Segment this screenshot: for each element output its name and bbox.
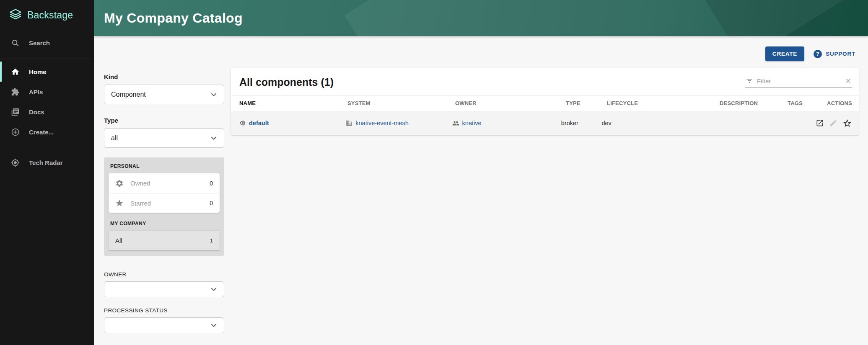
home-icon (11, 67, 20, 76)
owner-label: OWNER (104, 271, 224, 278)
kind-select[interactable]: Component (104, 85, 224, 104)
company-section-title: MY COMPANY (110, 221, 220, 227)
all-count: 1 (210, 237, 213, 244)
table-column-headers: NAME SYSTEM OWNER TYPE LIFECYCLE DESCRIP… (231, 95, 859, 111)
plus-circle-icon (11, 128, 20, 136)
column-header-type[interactable]: TYPE (566, 100, 607, 106)
sidebar-item-label: Tech Radar (29, 159, 63, 166)
sidebar-divider (0, 148, 94, 148)
open-in-new-icon[interactable] (816, 119, 824, 127)
owner-link[interactable]: knative (462, 120, 482, 126)
owner-group-icon (452, 120, 459, 127)
sidebar-item-apis[interactable]: APIs (0, 82, 94, 102)
personal-picker-card: Owned 0 Starred 0 (109, 173, 220, 213)
component-chip-icon (239, 120, 246, 126)
owned-label: Owned (130, 180, 203, 187)
starred-filter-item[interactable]: Starred 0 (109, 193, 220, 213)
sidebar-item-home[interactable]: Home (0, 62, 94, 82)
lifecycle-value: dev (601, 120, 611, 126)
processing-status-label: PROCESSING STATUS (104, 307, 224, 314)
table-row: default knative-event-mesh knative broke… (231, 111, 859, 135)
chevron-down-icon (209, 134, 218, 143)
backstage-logo-icon (8, 8, 23, 22)
column-header-lifecycle[interactable]: LIFECYCLE (607, 100, 720, 106)
column-header-tags[interactable]: TAGS (788, 100, 824, 106)
starred-count: 0 (210, 200, 213, 206)
processing-status-select[interactable] (104, 317, 224, 333)
create-button[interactable]: CREATE (765, 46, 804, 61)
sidebar-divider (0, 59, 94, 59)
column-header-actions: ACTIONS (824, 100, 852, 106)
all-filter-item[interactable]: All 1 (109, 231, 220, 250)
star-outline-icon[interactable] (842, 118, 852, 128)
page-header: My Company Catalog (94, 0, 868, 36)
sidebar-item-docs[interactable]: Docs (0, 102, 94, 122)
sidebar-item-tech-radar[interactable]: Tech Radar (0, 152, 94, 172)
type-select-value: all (111, 134, 118, 142)
sidebar-item-label: APIs (29, 88, 43, 95)
toolbar: CREATE ? SUPPORT (765, 46, 855, 61)
owner-select[interactable] (104, 281, 224, 297)
page-title: My Company Catalog (104, 10, 243, 26)
components-table-card: All components (1) NAM (231, 68, 859, 135)
system-link[interactable]: knative-event-mesh (355, 120, 409, 126)
kind-label: Kind (104, 73, 224, 80)
sidebar-item-label: Docs (29, 108, 44, 116)
logo[interactable]: Backstage (0, 0, 94, 30)
table-header-bar: All components (1) (231, 68, 859, 95)
chevron-down-icon (209, 321, 218, 330)
support-button[interactable]: ? SUPPORT (814, 50, 855, 58)
sidebar-item-label: Search (29, 39, 50, 46)
search-icon (11, 39, 20, 47)
starred-label: Starred (130, 200, 203, 207)
table-filter-input[interactable] (757, 77, 841, 85)
table-title: All components (1) (239, 76, 334, 88)
filter-sidebar: Kind Component Type all PERSONAL (104, 73, 224, 333)
column-header-owner[interactable]: OWNER (455, 100, 566, 106)
column-header-description[interactable]: DESCRIPTION (720, 100, 788, 106)
owned-filter-item[interactable]: Owned 0 (109, 173, 220, 193)
column-header-name[interactable]: NAME (239, 100, 347, 106)
system-building-icon (346, 120, 352, 126)
help-icon: ? (814, 50, 822, 58)
gear-icon (115, 179, 124, 188)
all-picker-card: All 1 (109, 231, 220, 250)
docs-icon (11, 108, 20, 116)
kind-select-value: Component (111, 91, 146, 98)
sidebar-item-label: Create... (29, 129, 54, 136)
sidebar: Backstage Search Home APIs (0, 0, 94, 345)
edit-icon[interactable] (829, 119, 837, 127)
owned-count: 0 (210, 180, 213, 187)
sidebar-item-search[interactable]: Search (0, 33, 94, 53)
star-icon (115, 199, 124, 207)
personal-section-title: PERSONAL (110, 163, 220, 169)
clear-filter-icon[interactable] (845, 77, 852, 85)
all-label: All (115, 237, 203, 244)
type-label: Type (104, 117, 224, 124)
logo-text: Backstage (27, 10, 73, 21)
support-label: SUPPORT (826, 51, 855, 57)
filter-lines-icon (745, 77, 754, 85)
entity-picker-panel: PERSONAL Owned 0 Starred 0 (104, 157, 224, 256)
chevron-down-icon (209, 285, 218, 294)
chevron-down-icon (209, 90, 218, 99)
backstage-app: Backstage Search Home APIs (0, 0, 868, 345)
column-header-system[interactable]: SYSTEM (347, 100, 455, 106)
main-content: CREATE ? SUPPORT Kind Component Type all (94, 36, 868, 345)
puzzle-icon (11, 88, 20, 96)
sidebar-item-label: Home (29, 68, 47, 75)
table-filter-field[interactable] (745, 77, 852, 88)
radar-icon (11, 158, 20, 167)
entity-name-link[interactable]: default (249, 120, 269, 126)
type-select[interactable]: all (104, 128, 224, 148)
sidebar-item-create[interactable]: Create... (0, 122, 94, 142)
type-value: broker (561, 120, 578, 126)
